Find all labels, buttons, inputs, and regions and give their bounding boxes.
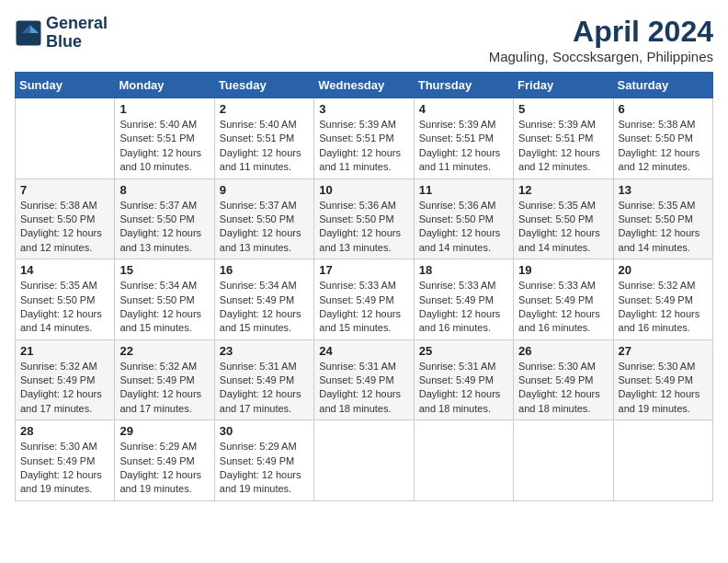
day-info: Sunrise: 5:34 AMSunset: 5:50 PMDaylight:… — [119, 279, 209, 336]
weekday-header-tuesday: Tuesday — [214, 73, 313, 98]
calendar-cell — [16, 98, 115, 179]
day-number: 22 — [119, 344, 209, 358]
weekday-header-thursday: Thursday — [414, 73, 513, 98]
calendar-cell: 12Sunrise: 5:35 AMSunset: 5:50 PMDayligh… — [514, 178, 613, 259]
calendar-cell: 3Sunrise: 5:39 AMSunset: 5:51 PMDaylight… — [314, 98, 414, 179]
day-info: Sunrise: 5:30 AMSunset: 5:49 PMDaylight:… — [518, 360, 608, 417]
calendar-cell: 9Sunrise: 5:37 AMSunset: 5:50 PMDaylight… — [214, 178, 313, 259]
calendar-week-row: 21Sunrise: 5:32 AMSunset: 5:49 PMDayligh… — [16, 339, 713, 420]
calendar-cell: 23Sunrise: 5:31 AMSunset: 5:49 PMDayligh… — [214, 339, 313, 420]
day-number: 20 — [619, 263, 708, 277]
calendar-cell: 7Sunrise: 5:38 AMSunset: 5:50 PMDaylight… — [16, 178, 115, 259]
logo-icon — [15, 19, 42, 47]
day-info: Sunrise: 5:30 AMSunset: 5:49 PMDaylight:… — [20, 440, 109, 497]
day-number: 9 — [220, 183, 309, 197]
day-info: Sunrise: 5:34 AMSunset: 5:49 PMDaylight:… — [220, 279, 309, 336]
day-info: Sunrise: 5:36 AMSunset: 5:50 PMDaylight:… — [419, 199, 508, 256]
day-number: 19 — [518, 263, 608, 277]
title-block: April 2024 Maguling, Soccsksargen, Phili… — [489, 15, 713, 64]
calendar-cell: 21Sunrise: 5:32 AMSunset: 5:49 PMDayligh… — [16, 339, 115, 420]
day-number: 3 — [319, 102, 408, 116]
day-info: Sunrise: 5:37 AMSunset: 5:50 PMDaylight:… — [119, 199, 209, 256]
weekday-header-monday: Monday — [115, 73, 214, 98]
day-number: 30 — [220, 424, 309, 438]
day-number: 11 — [419, 183, 508, 197]
calendar-cell: 19Sunrise: 5:33 AMSunset: 5:49 PMDayligh… — [514, 259, 613, 340]
calendar-cell — [314, 420, 414, 501]
day-number: 14 — [20, 263, 109, 277]
day-number: 24 — [319, 344, 408, 358]
calendar-cell: 5Sunrise: 5:39 AMSunset: 5:51 PMDaylight… — [514, 98, 613, 179]
day-number: 16 — [220, 263, 309, 277]
day-number: 17 — [319, 263, 408, 277]
day-number: 6 — [619, 102, 708, 116]
day-info: Sunrise: 5:32 AMSunset: 5:49 PMDaylight:… — [619, 279, 708, 336]
day-info: Sunrise: 5:29 AMSunset: 5:49 PMDaylight:… — [119, 440, 209, 497]
calendar-cell: 15Sunrise: 5:34 AMSunset: 5:50 PMDayligh… — [115, 259, 214, 340]
calendar-cell: 6Sunrise: 5:38 AMSunset: 5:50 PMDaylight… — [613, 98, 712, 179]
logo: General Blue — [15, 15, 108, 52]
calendar-cell: 27Sunrise: 5:30 AMSunset: 5:49 PMDayligh… — [613, 339, 712, 420]
day-number: 8 — [119, 183, 209, 197]
page-header: General Blue April 2024 Maguling, Soccsk… — [15, 15, 713, 64]
calendar-cell — [613, 420, 712, 501]
calendar-cell: 20Sunrise: 5:32 AMSunset: 5:49 PMDayligh… — [613, 259, 712, 340]
day-number: 10 — [319, 183, 408, 197]
calendar-cell: 14Sunrise: 5:35 AMSunset: 5:50 PMDayligh… — [16, 259, 115, 340]
calendar-cell: 8Sunrise: 5:37 AMSunset: 5:50 PMDaylight… — [115, 178, 214, 259]
calendar-cell: 16Sunrise: 5:34 AMSunset: 5:49 PMDayligh… — [214, 259, 313, 340]
weekday-header-saturday: Saturday — [613, 73, 712, 98]
day-number: 27 — [619, 344, 708, 358]
logo-text: General Blue — [46, 15, 108, 52]
calendar-cell: 25Sunrise: 5:31 AMSunset: 5:49 PMDayligh… — [414, 339, 513, 420]
calendar-cell: 17Sunrise: 5:33 AMSunset: 5:49 PMDayligh… — [314, 259, 414, 340]
day-info: Sunrise: 5:32 AMSunset: 5:49 PMDaylight:… — [119, 360, 209, 417]
day-number: 26 — [518, 344, 608, 358]
day-info: Sunrise: 5:40 AMSunset: 5:51 PMDaylight:… — [220, 118, 309, 175]
day-info: Sunrise: 5:39 AMSunset: 5:51 PMDaylight:… — [419, 118, 508, 175]
calendar-cell: 4Sunrise: 5:39 AMSunset: 5:51 PMDaylight… — [414, 98, 513, 179]
day-info: Sunrise: 5:31 AMSunset: 5:49 PMDaylight:… — [319, 360, 408, 417]
calendar-header-row: SundayMondayTuesdayWednesdayThursdayFrid… — [16, 73, 713, 98]
day-number: 13 — [619, 183, 708, 197]
calendar-cell: 1Sunrise: 5:40 AMSunset: 5:51 PMDaylight… — [115, 98, 214, 179]
day-info: Sunrise: 5:32 AMSunset: 5:49 PMDaylight:… — [20, 360, 109, 417]
day-info: Sunrise: 5:33 AMSunset: 5:49 PMDaylight:… — [319, 279, 408, 336]
day-number: 28 — [20, 424, 109, 438]
calendar-cell: 11Sunrise: 5:36 AMSunset: 5:50 PMDayligh… — [414, 178, 513, 259]
day-info: Sunrise: 5:37 AMSunset: 5:50 PMDaylight:… — [220, 199, 309, 256]
weekday-header-sunday: Sunday — [16, 73, 115, 98]
day-info: Sunrise: 5:36 AMSunset: 5:50 PMDaylight:… — [319, 199, 408, 256]
day-info: Sunrise: 5:35 AMSunset: 5:50 PMDaylight:… — [518, 199, 608, 256]
calendar-cell: 22Sunrise: 5:32 AMSunset: 5:49 PMDayligh… — [115, 339, 214, 420]
day-number: 25 — [419, 344, 508, 358]
day-number: 4 — [419, 102, 508, 116]
day-info: Sunrise: 5:40 AMSunset: 5:51 PMDaylight:… — [119, 118, 209, 175]
day-number: 15 — [119, 263, 209, 277]
day-info: Sunrise: 5:33 AMSunset: 5:49 PMDaylight:… — [518, 279, 608, 336]
day-number: 23 — [220, 344, 309, 358]
day-info: Sunrise: 5:35 AMSunset: 5:50 PMDaylight:… — [20, 279, 109, 336]
calendar-cell: 30Sunrise: 5:29 AMSunset: 5:49 PMDayligh… — [214, 420, 313, 501]
day-info: Sunrise: 5:33 AMSunset: 5:49 PMDaylight:… — [419, 279, 508, 336]
calendar-cell: 26Sunrise: 5:30 AMSunset: 5:49 PMDayligh… — [514, 339, 613, 420]
day-number: 12 — [518, 183, 608, 197]
day-info: Sunrise: 5:31 AMSunset: 5:49 PMDaylight:… — [220, 360, 309, 417]
day-number: 1 — [119, 102, 209, 116]
calendar-week-row: 28Sunrise: 5:30 AMSunset: 5:49 PMDayligh… — [16, 420, 713, 501]
location-title: Maguling, Soccsksargen, Philippines — [489, 49, 713, 64]
day-info: Sunrise: 5:38 AMSunset: 5:50 PMDaylight:… — [20, 199, 109, 256]
calendar-cell: 10Sunrise: 5:36 AMSunset: 5:50 PMDayligh… — [314, 178, 414, 259]
day-number: 5 — [518, 102, 608, 116]
day-info: Sunrise: 5:39 AMSunset: 5:51 PMDaylight:… — [518, 118, 608, 175]
day-info: Sunrise: 5:29 AMSunset: 5:49 PMDaylight:… — [220, 440, 309, 497]
calendar-cell — [514, 420, 613, 501]
calendar-cell: 24Sunrise: 5:31 AMSunset: 5:49 PMDayligh… — [314, 339, 414, 420]
calendar-cell: 28Sunrise: 5:30 AMSunset: 5:49 PMDayligh… — [16, 420, 115, 501]
day-info: Sunrise: 5:35 AMSunset: 5:50 PMDaylight:… — [619, 199, 708, 256]
month-title: April 2024 — [489, 15, 713, 49]
weekday-header-friday: Friday — [514, 73, 613, 98]
day-number: 29 — [119, 424, 209, 438]
day-number: 7 — [20, 183, 109, 197]
day-info: Sunrise: 5:30 AMSunset: 5:49 PMDaylight:… — [619, 360, 708, 417]
